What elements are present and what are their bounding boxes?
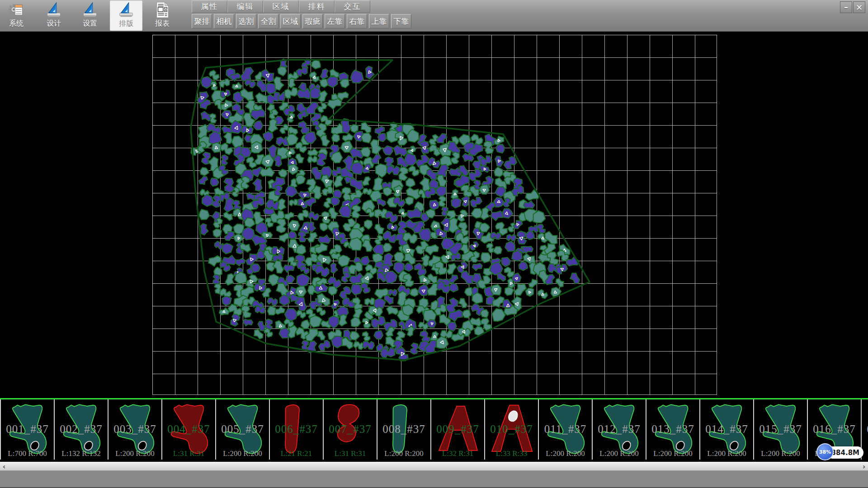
part-cell-015_#37[interactable]: 015_#37L:200 R:200 [753, 399, 807, 460]
tool-button-7[interactable]: 左靠 [325, 14, 345, 28]
part-cell-010_#37[interactable]: 010_#37L:33 R:33 [484, 399, 538, 460]
tool-button-1[interactable]: 聚排 [192, 14, 212, 28]
part-cell-004_#37[interactable]: 004_#37L:31 R:31 [161, 399, 215, 460]
set-square-icon [81, 1, 99, 19]
part-thumbnail [594, 401, 644, 458]
tool-button-4[interactable]: 全割 [258, 14, 278, 28]
part-thumbnail [756, 401, 805, 458]
part-cell-006_#37[interactable]: 006_#37L:21 R:21 [269, 399, 323, 460]
menu-item-2[interactable]: 编辑 [227, 0, 263, 13]
menu-item-4[interactable]: 排料 [299, 0, 335, 13]
tool-button-6[interactable]: 瑕疵 [302, 14, 323, 28]
window-close-button[interactable]: ✕ [853, 1, 865, 13]
parts-strip: 001_#37L:700 R:700002_#37L:132 R:132003_… [0, 398, 868, 462]
part-thumbnail [863, 401, 868, 458]
part-thumbnail [541, 401, 590, 458]
part-thumbnail [110, 401, 160, 458]
set-square-icon [117, 1, 135, 19]
part-thumbnail [326, 401, 375, 458]
tool-button-8[interactable]: 右靠 [347, 14, 367, 28]
part-thumbnail [648, 401, 698, 458]
menu-item-5[interactable]: 交互 [335, 0, 370, 13]
part-thumbnail [218, 401, 267, 458]
part-cell-001_#37[interactable]: 001_#37L:700 R:700 [0, 399, 54, 460]
progress-badge: 38% [816, 443, 834, 460]
report-doc-icon [153, 1, 171, 19]
part-cell-012_#37[interactable]: 012_#37L:200 R:200 [592, 399, 646, 460]
big-button-design[interactable]: 设计 [38, 0, 70, 31]
scroll-left-button[interactable]: ‹ [0, 462, 8, 471]
menu-item-1[interactable]: 属性 [192, 0, 227, 13]
part-cell-011_#37[interactable]: 011_#37L:200 R:200 [538, 399, 592, 460]
menu-item-3[interactable]: 区域 [263, 0, 299, 13]
part-thumbnail [3, 401, 52, 458]
big-button-system[interactable]: 系统 [0, 0, 33, 31]
horizontal-scrollbar[interactable]: ‹ › [0, 462, 868, 470]
part-thumbnail [702, 401, 751, 458]
big-button-label: 设置 [83, 19, 97, 28]
window-minimize-button[interactable]: – [840, 1, 852, 13]
part-cell-007_#37[interactable]: 007_#37L:31 R:31 [323, 399, 377, 460]
system-gear-icon [7, 1, 25, 19]
big-button-report[interactable]: 报表 [146, 0, 179, 31]
part-cell-014_#37[interactable]: 014_#37L:200 R:200 [699, 399, 753, 460]
part-thumbnail [272, 401, 321, 458]
nesting-canvas[interactable] [0, 32, 868, 398]
app-window: 系统设计设置排版报表 属性编辑区域排料交互 聚排相机选割全割区域瑕疵左靠右靠上靠… [0, 0, 868, 488]
big-button-label: 设计 [47, 19, 61, 28]
menu-row-1: 属性编辑区域排料交互 [192, 0, 370, 13]
big-button-label: 系统 [9, 19, 24, 28]
tool-button-5[interactable]: 区域 [280, 14, 301, 28]
part-thumbnail [433, 401, 482, 458]
part-cell-008_#37[interactable]: 008_#37L:200 R:200 [377, 399, 430, 460]
part-thumbnail [487, 401, 536, 458]
part-cell-003_#37[interactable]: 003_#37L:200 R:200 [108, 399, 161, 460]
part-thumbnail [164, 401, 213, 458]
set-square-icon [45, 1, 63, 19]
tool-button-3[interactable]: 选割 [236, 14, 256, 28]
status-bar [0, 470, 868, 487]
big-button-label: 报表 [155, 19, 170, 28]
part-cell-005_#37[interactable]: 005_#37L:200 R:200 [215, 399, 269, 460]
part-cell-013_#37[interactable]: 013_#37L:200 R:200 [646, 399, 699, 460]
part-thumbnail [379, 401, 429, 458]
parts-list: 001_#37L:700 R:700002_#37L:132 R:132003_… [0, 399, 868, 460]
main-toolbar: 系统设计设置排版报表 属性编辑区域排料交互 聚排相机选割全割区域瑕疵左靠右靠上靠… [0, 0, 868, 32]
big-button-label: 排版 [119, 19, 133, 28]
tool-button-9[interactable]: 上靠 [369, 14, 389, 28]
scroll-right-button[interactable]: › [860, 462, 868, 471]
tool-button-2[interactable]: 相机 [214, 14, 234, 28]
part-cell-002_#37[interactable]: 002_#37L:132 R:132 [54, 399, 108, 460]
part-thumbnail [57, 401, 106, 458]
part-cell-009_#37[interactable]: 009_#37L:32 R:31 [430, 399, 484, 460]
big-button-layout[interactable]: 排版 [110, 0, 142, 31]
tool-button-10[interactable]: 下靠 [391, 14, 411, 28]
big-button-settings[interactable]: 设置 [74, 0, 106, 31]
menu-row-2: 聚排相机选割全割区域瑕疵左靠右靠上靠下靠 [192, 14, 411, 28]
